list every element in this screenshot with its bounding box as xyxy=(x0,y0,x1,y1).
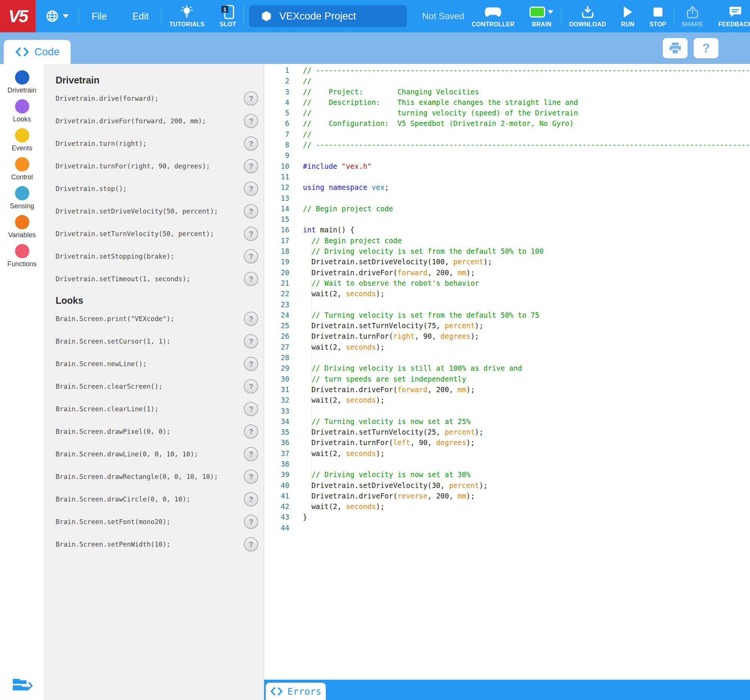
command-text[interactable]: Drivetrain.turnFor(right, 90, degrees); xyxy=(55,162,210,170)
command-row[interactable]: Drivetrain.driveFor(forward, 200, mm);? xyxy=(45,110,264,132)
command-text[interactable]: Brain.Screen.setCursor(1, 1); xyxy=(55,338,171,345)
code-line[interactable]: 25 Drivetrain.setTurnVelocity(75, percen… xyxy=(264,320,750,331)
code-line[interactable]: 11 xyxy=(264,171,750,182)
command-row[interactable]: Brain.Screen.clearScreen();? xyxy=(45,375,264,398)
command-row[interactable]: Brain.Screen.setCursor(1, 1);? xyxy=(45,330,264,352)
command-text[interactable]: Brain.Screen.newLine(); xyxy=(55,360,146,368)
command-row[interactable]: Brain.Screen.clearLine(1);? xyxy=(45,398,264,420)
code-line[interactable]: 27 wait(2, seconds); xyxy=(264,342,750,352)
command-help-button[interactable]: ? xyxy=(244,227,258,241)
command-help-button[interactable]: ? xyxy=(244,425,258,439)
code-line[interactable]: 1// ------------------------------------… xyxy=(264,65,750,75)
code-line[interactable]: 18 // Driving velocity is set from the d… xyxy=(264,246,750,256)
code-line[interactable]: 23 xyxy=(264,299,750,310)
command-help-button[interactable]: ? xyxy=(244,91,258,106)
sidebar-item-drivetrain[interactable]: Drivetrain xyxy=(0,68,44,97)
command-help-button[interactable]: ? xyxy=(244,402,258,416)
code-line[interactable]: 28 xyxy=(264,352,750,363)
command-row[interactable]: Drivetrain.setTurnVelocity(50, percent);… xyxy=(45,223,264,245)
code-line[interactable]: 12using namespace vex; xyxy=(264,182,750,192)
command-help-button[interactable]: ? xyxy=(244,357,258,371)
code-line[interactable]: 34 // Turning velocity is now set at 25% xyxy=(264,416,750,427)
command-help-button[interactable]: ? xyxy=(244,537,258,551)
code-line[interactable]: 22 wait(2, seconds); xyxy=(264,288,750,299)
command-row[interactable]: Brain.Screen.setFont(mono20);? xyxy=(45,511,264,533)
command-row[interactable]: Brain.Screen.newLine();? xyxy=(45,352,264,375)
code-line[interactable]: 15 xyxy=(264,214,750,225)
code-line[interactable]: 41 Drivetrain.driveFor(reverse, 200, mm)… xyxy=(264,491,750,501)
command-help-button[interactable]: ? xyxy=(244,272,258,286)
command-row[interactable]: Brain.Screen.drawPixel(0, 0);? xyxy=(45,420,264,443)
code-line[interactable]: 2// xyxy=(264,75,750,86)
sidebar-item-looks[interactable]: Looks xyxy=(0,97,44,126)
command-row[interactable]: Brain.Screen.drawLine(0, 0, 10, 10);? xyxy=(45,443,264,465)
command-row[interactable]: Drivetrain.drive(forward);? xyxy=(45,87,264,110)
print-button[interactable] xyxy=(663,38,688,58)
command-text[interactable]: Drivetrain.setDriveVelocity(50, percent)… xyxy=(55,208,218,215)
code-line[interactable]: 31 Drivetrain.driveFor(forward, 200, mm)… xyxy=(264,384,750,395)
command-text[interactable]: Drivetrain.setStopping(brake); xyxy=(55,252,174,260)
command-help-button[interactable]: ? xyxy=(244,182,258,196)
code-line[interactable]: 16int main() { xyxy=(264,225,750,235)
code-line[interactable]: 9 xyxy=(264,150,750,160)
brain-button[interactable]: BRAIN xyxy=(522,0,561,32)
code-line[interactable]: 36 Drivetrain.turnFor(left, 90, degrees)… xyxy=(264,437,750,448)
code-line[interactable]: 42 wait(2, seconds); xyxy=(264,501,750,512)
controller-button[interactable]: CONTROLLER xyxy=(464,0,522,32)
command-row[interactable]: Drivetrain.turnFor(right, 90, degrees);? xyxy=(45,155,264,177)
command-help-button[interactable]: ? xyxy=(244,159,258,173)
code-line[interactable]: 20 Drivetrain.driveFor(forward, 200, mm)… xyxy=(264,267,750,278)
command-row[interactable]: Drivetrain.setTimeout(1, seconds);? xyxy=(45,268,264,290)
command-row[interactable]: Brain.Screen.setPenWidth(10);? xyxy=(45,533,264,555)
code-line[interactable]: 17 // Begin project code xyxy=(264,235,750,246)
code-line[interactable]: 7// xyxy=(264,129,750,140)
code-line[interactable]: 24 // Turning velocity is set from the d… xyxy=(264,310,750,320)
command-help-button[interactable]: ? xyxy=(244,204,258,218)
slot-button[interactable]: 1 SLOT xyxy=(212,0,243,32)
share-button[interactable]: SHARE xyxy=(674,0,711,32)
command-help-button[interactable]: ? xyxy=(244,469,258,484)
code-line[interactable]: 8// ------------------------------------… xyxy=(264,140,750,150)
command-help-button[interactable]: ? xyxy=(244,249,258,263)
command-text[interactable]: Brain.Screen.setPenWidth(10); xyxy=(55,541,171,548)
code-line[interactable]: 38 xyxy=(264,458,750,469)
code-line[interactable]: 19 Drivetrain.setDriveVelocity(100, perc… xyxy=(264,256,750,267)
code-line[interactable]: 35 Drivetrain.setTurnVelocity(25, percen… xyxy=(264,427,750,437)
command-help-button[interactable]: ? xyxy=(244,334,258,349)
sidebar-item-control[interactable]: Control xyxy=(0,154,44,183)
stop-button[interactable]: STOP xyxy=(642,0,673,32)
command-text[interactable]: Brain.Screen.clearLine(1); xyxy=(55,405,158,413)
code-line[interactable]: 5// turning velocity (speed) of the Driv… xyxy=(264,108,750,118)
command-text[interactable]: Drivetrain.setTimeout(1, seconds); xyxy=(55,275,190,283)
command-row[interactable]: Brain.Screen.drawCircle(0, 0, 10);? xyxy=(45,488,264,511)
code-line[interactable]: 4// Description: This example changes th… xyxy=(264,97,750,108)
help-button[interactable]: ? xyxy=(694,38,718,58)
language-menu[interactable] xyxy=(36,0,78,32)
code-line[interactable]: 26 Drivetrain.turnFor(right, 90, degrees… xyxy=(264,331,750,342)
command-text[interactable]: Drivetrain.stop(); xyxy=(55,185,127,192)
blocks-toggle-button[interactable] xyxy=(11,677,33,695)
code-line[interactable]: 6// Configuration: V5 Speedbot (Drivetra… xyxy=(264,118,750,129)
tab-code[interactable]: Code xyxy=(4,40,71,64)
code-line[interactable]: 3// Project: Changing Velocities xyxy=(264,86,750,97)
code-line[interactable]: 21 // Wait to observe the robot's behavi… xyxy=(264,278,750,288)
command-text[interactable]: Brain.Screen.drawRectangle(0, 0, 10, 10)… xyxy=(55,473,218,480)
command-row[interactable]: Drivetrain.setStopping(brake);? xyxy=(45,245,264,268)
command-text[interactable]: Drivetrain.driveFor(forward, 200, mm); xyxy=(55,117,206,125)
command-text[interactable]: Brain.Screen.drawPixel(0, 0); xyxy=(55,428,171,435)
command-help-button[interactable]: ? xyxy=(244,492,258,506)
command-help-button[interactable]: ? xyxy=(244,137,258,151)
code-line[interactable]: 14// Begin project code xyxy=(264,203,750,214)
feedback-button[interactable]: FEEDBACK xyxy=(710,0,750,32)
code-line[interactable]: 40 Drivetrain.setDriveVelocity(30, perce… xyxy=(264,480,750,491)
command-text[interactable]: Brain.Screen.drawLine(0, 0, 10, 10); xyxy=(55,450,198,458)
sidebar-item-functions[interactable]: Functions xyxy=(0,242,44,270)
command-row[interactable]: Drivetrain.stop();? xyxy=(45,177,264,200)
project-name-button[interactable]: VEXcode Project xyxy=(249,5,407,27)
command-text[interactable]: Brain.Screen.setFont(mono20); xyxy=(55,518,171,526)
command-text[interactable]: Drivetrain.turn(right); xyxy=(55,140,146,148)
run-button[interactable]: RUN xyxy=(613,0,642,32)
command-row[interactable]: Brain.Screen.print("VEXcode");? xyxy=(45,308,264,330)
command-help-button[interactable]: ? xyxy=(244,312,258,326)
command-row[interactable]: Drivetrain.setDriveVelocity(50, percent)… xyxy=(45,200,264,223)
